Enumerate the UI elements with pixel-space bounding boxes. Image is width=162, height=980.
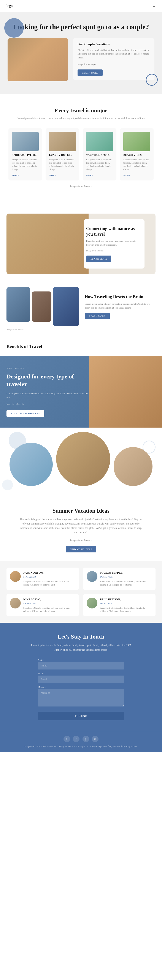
team-name-3: NINA SCAVO, [23, 598, 75, 601]
resets-title: How Traveling Resets the Brain [85, 294, 156, 299]
card-hotels-title: LUXURY HOTELS [49, 153, 76, 157]
team-role-4: DESIGNER [100, 601, 152, 605]
email-input[interactable] [38, 676, 124, 683]
hero-title: Looking for the perfect spot go to as a … [6, 22, 156, 32]
resets-inner: How Traveling Resets the Brain Lorem ips… [6, 287, 156, 326]
team-avatar-1 [10, 571, 21, 582]
contact-section: Let's Stay In Touch Plan a trip for the … [0, 623, 162, 731]
card-beach-title: BEACH VIBES [123, 153, 150, 157]
team-card-3: NINA SCAVO, DESIGNER Sampletext: Click t… [6, 594, 79, 616]
cards-source: Images from Freepik [6, 185, 156, 188]
resets-image-1 [6, 287, 30, 322]
resets-text: Lorem ipsum dolor sit amet consectetur a… [85, 302, 156, 310]
cards-row: SPORT ACTIVITIES Exception: click to sel… [6, 128, 156, 180]
sport-activities-image [12, 132, 39, 151]
social-facebook[interactable]: f [63, 736, 70, 742]
navbar: logo ≡ [0, 0, 162, 12]
luxury-hotels-image [49, 132, 76, 151]
circles-images [6, 438, 156, 486]
card-hotels-text: Exception: click to select this text box… [49, 158, 76, 171]
team-name-2: MARGO PEPPLE, [100, 571, 152, 574]
card-hotels: LUXURY HOTELS Exception: click to select… [46, 128, 79, 180]
card-beach-text: Exception: click to select this text box… [123, 158, 150, 171]
hero-content: Best Couples Vacations Click to edit and… [8, 38, 154, 81]
card-vacation-link[interactable]: MORE [86, 174, 93, 177]
vacation-spots-image [86, 132, 113, 151]
hero-box-text: Click to edit and to select this text. L… [77, 48, 150, 60]
resets-image-3 [53, 287, 79, 326]
unique-subtitle: Lorem ipsum dolor sit amet, consectetur … [6, 116, 156, 121]
hero-circle-decoration [4, 18, 24, 38]
resets-image-2 [32, 291, 52, 322]
contact-text: Plan a trip for the whole family—from fa… [27, 643, 135, 652]
team-card-1: JASS NORTON, MANAGER Sampletext: Click t… [6, 568, 79, 590]
message-input[interactable] [38, 689, 124, 706]
hero-text-box: Best Couples Vacations Click to edit and… [73, 38, 154, 80]
circle-image-3 [113, 447, 153, 486]
hero-learn-more-button[interactable]: LEARN MORE [77, 70, 102, 76]
designed-source: Image from Freepik [6, 402, 88, 406]
contact-form: Name Email Message TO SEND [38, 659, 124, 720]
card-sport-link[interactable]: MORE [12, 174, 19, 177]
designed-title: Designed for every type of traveler [6, 372, 88, 388]
team-card-4: PAUL HUDSON, DESIGNER Sampletext: Click … [83, 594, 156, 616]
summer-text: The world is big and there are countless… [18, 517, 144, 535]
resets-section: How Traveling Resets the Brain Lorem ips… [0, 283, 162, 339]
designed-label: WHAT WE DO [6, 367, 88, 371]
nav-logo: logo [6, 4, 13, 8]
message-label: Message [38, 686, 124, 688]
unique-title: Every travel is unique [6, 107, 156, 114]
team-name-1: JASS NORTON, [23, 571, 75, 574]
message-group: Message [38, 686, 124, 707]
social-icons: f t y in [6, 736, 156, 742]
card-beach-link[interactable]: MORE [123, 174, 131, 177]
team-avatar-3 [10, 598, 21, 608]
team-role-1: MANAGER [23, 575, 75, 579]
card-vacation-title: VACATION SPOTS [86, 153, 113, 157]
card-sport: SPORT ACTIVITIES Exception: click to sel… [8, 128, 42, 180]
designed-text: Lorem ipsum dolor sit amet consectetur a… [6, 391, 88, 399]
circle-image-2 [56, 432, 110, 486]
designed-journey-button[interactable]: START YOUR JOURNEY [6, 410, 44, 417]
contact-title: Let's Stay In Touch [6, 633, 156, 640]
card-vacation: VACATION SPOTS Exception: click to selec… [83, 128, 116, 180]
card-hotels-link[interactable]: MORE [49, 174, 56, 177]
team-text-2: Sampletext: Click to select this text bo… [100, 580, 152, 586]
footer: f t y in Sample text: click to edit and … [0, 731, 162, 752]
hero-circle-outline-decoration [146, 74, 158, 86]
card-beach: BEACH VIBES Exception: click to select t… [120, 128, 154, 180]
designed-section: WHAT WE DO Designed for every type of tr… [0, 356, 162, 428]
email-group: Email [38, 672, 124, 683]
team-avatar-4 [87, 598, 98, 608]
social-linkedin[interactable]: in [92, 736, 99, 742]
resets-learn-more-button[interactable]: LEARN MORE [85, 313, 110, 320]
team-avatar-2 [87, 571, 98, 582]
name-input[interactable] [38, 662, 124, 670]
submit-button[interactable]: TO SEND [38, 712, 124, 720]
connecting-section: Connecting with nature as you travel Pha… [6, 213, 156, 274]
unique-section: Every travel is unique Lorem ipsum dolor… [0, 94, 162, 205]
resets-source: Images from Freepik [6, 328, 156, 331]
connecting-bg-image [6, 213, 88, 274]
beach-vibes-image [123, 132, 150, 151]
team-info-2: MARGO PEPPLE, DESIGNER Sampletext: Click… [100, 571, 152, 586]
resets-text-box: How Traveling Resets the Brain Lorem ips… [82, 294, 156, 319]
team-role-3: DESIGNER [23, 601, 75, 605]
designed-background-image [89, 356, 162, 428]
team-info-3: NINA SCAVO, DESIGNER Sampletext: Click t… [23, 598, 75, 613]
connecting-text: Phasellus a ultrices nec at euy gravida.… [86, 239, 138, 247]
social-youtube[interactable]: y [82, 736, 89, 742]
card-sport-title: SPORT ACTIVITIES [12, 153, 39, 157]
connecting-learn-more-button[interactable]: LEARN MORE [86, 256, 111, 262]
social-twitter[interactable]: t [73, 736, 80, 742]
footer-copyright: Sample text: click to edit and replace i… [6, 745, 156, 748]
nav-menu-icon[interactable]: ≡ [153, 3, 156, 9]
card-vacation-text: Exception: click to select this text box… [86, 158, 113, 171]
team-role-2: DESIGNER [100, 575, 152, 579]
hero-couple-image [8, 38, 68, 81]
team-text-3: Sampletext: Click to select this text bo… [23, 606, 75, 613]
summer-title: Summer Vacation Ideas [6, 508, 156, 514]
summer-find-more-button[interactable]: FIND MORE IDEAS [66, 546, 96, 552]
circles-section [0, 428, 162, 497]
team-text-1: Sampletext: Click to select this text bo… [23, 580, 75, 586]
